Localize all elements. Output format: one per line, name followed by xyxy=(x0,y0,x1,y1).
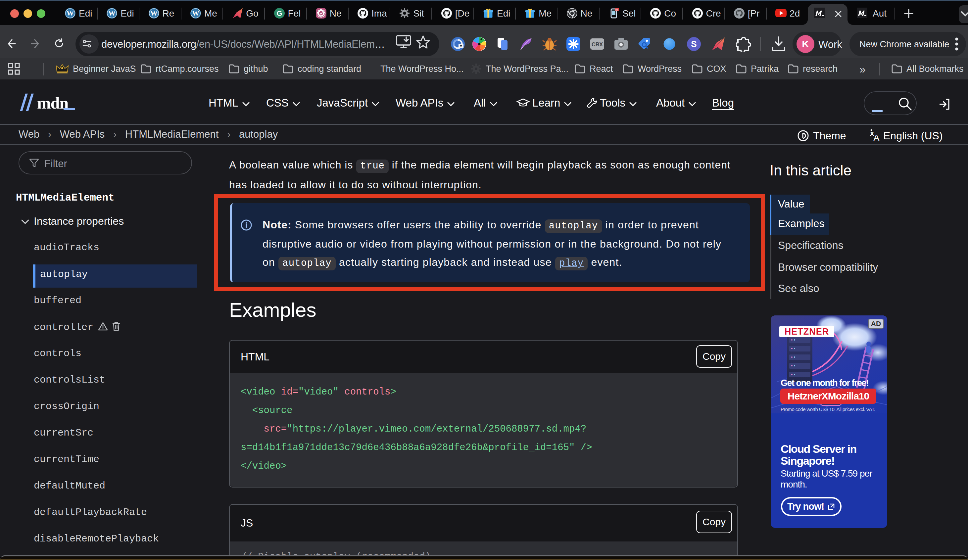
svg-text:W: W xyxy=(66,9,74,17)
svg-text:W: W xyxy=(192,9,199,17)
svg-text:W: W xyxy=(108,9,116,17)
svg-text:W: W xyxy=(150,9,157,17)
svg-text:CRX: CRX xyxy=(592,42,603,47)
svg-text:S: S xyxy=(691,39,696,49)
svg-text:A: A xyxy=(874,133,880,142)
svg-text:G: G xyxy=(277,9,282,18)
